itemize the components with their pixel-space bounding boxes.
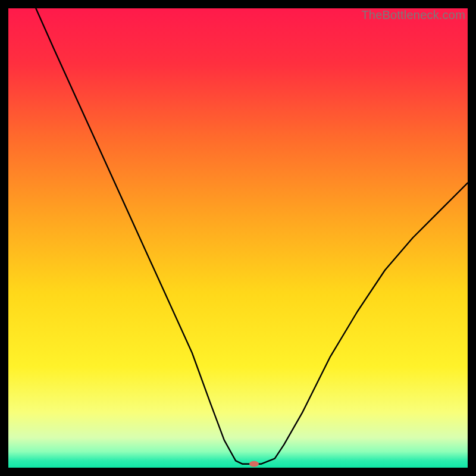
watermark-text: TheBottleneck.com [361,8,465,22]
optimal-point-marker [249,461,259,467]
chart-background [8,8,468,468]
bottleneck-chart [8,8,468,468]
chart-frame: TheBottleneck.com [8,8,468,468]
